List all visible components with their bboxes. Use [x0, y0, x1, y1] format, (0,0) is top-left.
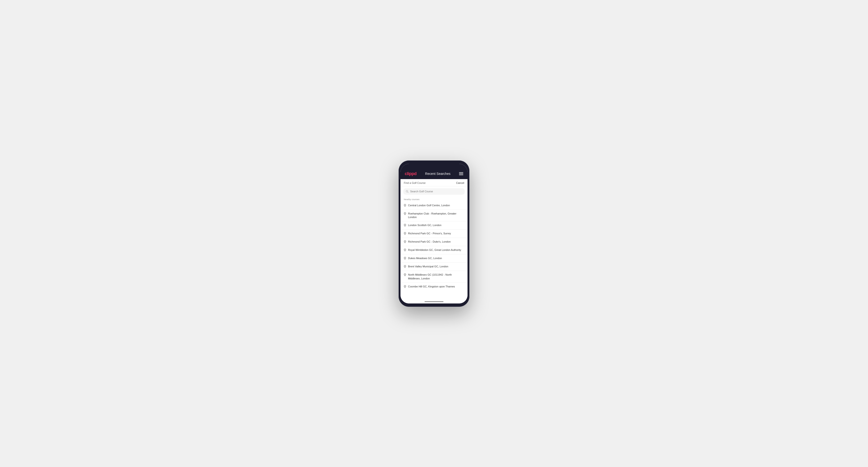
svg-line-1 — [408, 192, 408, 192]
list-item[interactable]: Dukes Meadows GC, London — [401, 254, 467, 262]
app-header: clippd Recent Searches — [401, 164, 467, 179]
course-name: Dukes Meadows GC, London — [408, 256, 442, 260]
search-icon — [406, 190, 409, 193]
location-pin-icon — [404, 273, 406, 277]
course-name: North Middlesex GC (1011942 - North Midd… — [408, 273, 464, 280]
course-name: Coombe Hill GC, Kingston upon Thames — [408, 285, 455, 288]
list-item[interactable]: Brent Valley Municipal GC, London — [401, 262, 467, 271]
phone-screen: clippd Recent Searches Find a Golf Cours… — [401, 164, 467, 304]
app-logo: clippd — [405, 171, 416, 176]
header-title: Recent Searches — [425, 172, 450, 176]
location-pin-icon — [404, 248, 406, 252]
location-pin-icon — [404, 265, 406, 269]
course-name: Roehampton Club - Roehampton, Greater Lo… — [408, 212, 464, 219]
location-pin-icon — [404, 257, 406, 260]
nearby-label: Nearby courses — [401, 196, 467, 201]
menu-icon[interactable] — [459, 172, 463, 175]
course-name: Royal Wimbledon GC, Great London Authori… — [408, 248, 461, 252]
phone-device: clippd Recent Searches Find a Golf Cours… — [399, 160, 469, 307]
location-pin-icon — [404, 240, 406, 244]
course-list: Central London Golf Centre, LondonRoeham… — [401, 201, 467, 304]
location-pin-icon — [404, 204, 406, 208]
find-bar: Find a Golf Course Cancel — [401, 179, 467, 186]
find-label: Find a Golf Course — [404, 182, 426, 184]
cancel-button[interactable]: Cancel — [456, 182, 464, 184]
list-item[interactable]: Richmond Park GC - Duke's, London — [401, 238, 467, 246]
list-item[interactable]: Roehampton Club - Roehampton, Greater Lo… — [401, 210, 467, 222]
location-pin-icon — [404, 212, 406, 216]
course-name: Richmond Park GC - Prince's, Surrey — [408, 232, 451, 235]
search-input[interactable] — [410, 190, 462, 193]
course-name: London Scottish GC, London — [408, 223, 441, 227]
course-name: Brent Valley Municipal GC, London — [408, 265, 448, 268]
list-item[interactable]: Coombe Hill GC, Kingston upon Thames — [401, 283, 467, 291]
location-pin-icon — [404, 224, 406, 227]
course-name: Richmond Park GC - Duke's, London — [408, 240, 451, 244]
location-pin-icon — [404, 232, 406, 236]
home-indicator — [425, 301, 443, 302]
list-item[interactable]: London Scottish GC, London — [401, 221, 467, 229]
list-item[interactable]: North Middlesex GC (1011942 - North Midd… — [401, 271, 467, 283]
list-item[interactable]: Richmond Park GC - Prince's, Surrey — [401, 229, 467, 238]
course-name: Central London Golf Centre, London — [408, 204, 450, 207]
list-item[interactable]: Royal Wimbledon GC, Great London Authori… — [401, 246, 467, 254]
search-box[interactable] — [403, 188, 465, 195]
location-pin-icon — [404, 285, 406, 289]
list-item[interactable]: Central London Golf Centre, London — [401, 201, 467, 210]
main-content: Find a Golf Course Cancel Nearby courses… — [401, 179, 467, 304]
